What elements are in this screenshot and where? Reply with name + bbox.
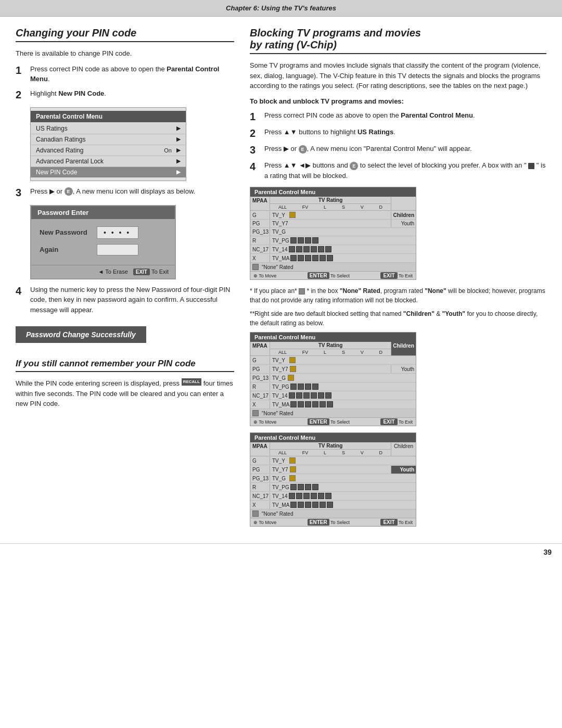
menu-row-us-ratings: US Ratings ▶ [31,123,186,134]
pct1-row-nc17-tv: TV_14 [270,245,391,253]
enter-icon-3: E [350,162,358,170]
pct1-row-r-tv: TV_PG [270,236,391,245]
block-step-1-text: Press correct PIN code as above to open … [264,110,546,121]
again-row: Again [40,244,167,256]
pct3-footer: ⊕ To Move ENTER To Select EXIT To Exit [250,518,416,526]
password-box-body: New Password • • • • Again [31,219,175,265]
exit-label: To Exit [151,269,169,275]
pct2-youth-label: Youth [391,365,416,373]
block-steps: 1 Press correct PIN code as above to ope… [250,110,546,181]
enter-icon-2: E [299,145,307,154]
pct3-youth-highlight: Youth [391,466,416,474]
step-3: 3 Press ▶ or E, A new menu icon will dis… [16,186,234,199]
pct3-none-rated: "None" Rated [250,509,416,518]
block-step-2: 2 Press ▲▼ buttons to highlight US Ratin… [250,127,546,139]
again-input [97,244,138,256]
parental-control-menu-box: Parental Control Menu US Ratings ▶ Canad… [30,107,186,181]
menu-row-advanced-lock: Advanced Parental Lock ▶ [31,156,186,167]
block-step-3-text: Press ▶ or E, A new menu icon "Parental … [264,144,546,154]
block-step-num-2: 2 [250,127,259,139]
pct1-select: ENTER To Select [308,273,350,278]
block-step-4-text: Press ▲▼ ◄▶ buttons and E to select the … [264,160,546,181]
block-step-2-text: Press ▲▼ buttons to highlight US Ratings… [264,127,546,137]
pct2-header: Parental Control Menu [250,333,416,342]
menu-row-new-pin: New PIN Code ▶ [31,167,186,177]
pct1-move: ⊕ To Move [253,273,276,278]
pct1-mpaa-label: MPAA [250,197,270,210]
pct1-header: Parental Control Menu [250,187,416,197]
pct2-children-highlight: Children [391,342,416,355]
enter-icon: E [65,187,73,196]
chapter-header: Chapter 6: Using the TV's features [0,0,562,17]
erase-item: ◄ To Erase [98,269,128,275]
note-1: * If you place an* * in the box "None" R… [250,286,546,305]
pct1-row-g: G [250,211,270,219]
exit-btn: EXIT [133,269,150,275]
menu-box-header: Parental Control Menu [31,111,186,122]
block-step-4: 4 Press ▲▼ ◄▶ buttons and E to select th… [250,160,546,181]
pct1-youth-label: Youth [391,220,416,227]
blocking-intro: Some TV programs and movies include sign… [250,60,546,91]
password-box-header: Password Enter [31,206,175,219]
block-subhead: To block and unblock TV programs and mov… [250,96,546,107]
pct1-row-pg: PG [250,220,270,227]
pct1-row-pg13: PG_13 [250,228,270,236]
new-password-row: New Password • • • • [40,226,167,239]
step-num-1: 1 [16,64,25,76]
section-pin-title: Changing your PIN code [16,27,234,42]
chapter-title: Chapter 6: Using the TV's features [226,4,336,12]
step-1-text: Press correct PIN code as above to open … [30,64,234,84]
step-1: 1 Press correct PIN code as above to ope… [16,64,234,84]
note-2: **Right side are two default blocked set… [250,309,546,328]
parental-control-table-2: Parental Control Menu MPAA TV Rating ALL… [250,332,416,426]
pct2-footer: ⊕ To Move ENTER To Select EXIT To Exit [250,418,416,426]
lock-icon [528,163,534,169]
step-num-3: 3 [16,186,25,199]
pin-step3-list: 3 Press ▶ or E, A new menu icon will dis… [16,186,234,199]
pct1-row-g-tv: TV_Y [270,211,391,219]
block-step-1: 1 Press correct PIN code as above to ope… [250,110,546,123]
password-footer: ◄ To Erase EXIT To Exit [31,265,175,278]
password-enter-box: Password Enter New Password • • • • Agai… [30,205,176,279]
pct1-footer: ⊕ To Move ENTER To Select EXIT To Exit [250,272,416,279]
pct1-side-label [391,197,416,210]
exit-item: EXIT To Exit [133,269,169,275]
step-4-text: Using the numeric key to press the New P… [30,285,234,315]
pct1-row-x: X [250,254,270,262]
step-3-text: Press ▶ or E, A new menu icon will displ… [30,186,234,197]
remember-text: While the PIN code entering screen is di… [16,378,234,409]
tv-y-icon [289,212,296,218]
pct1-row-nc17: NC_17 [250,246,270,253]
block-step-num-3: 3 [250,144,259,156]
section-blocking-title: Blocking TV programs and moviesby rating… [250,27,546,54]
section-remember-title: If you still cannot remember your PIN co… [16,359,234,372]
pin-step4-list: 4 Using the numeric key to press the New… [16,285,234,315]
recall-badge: RECALL [182,378,201,386]
pct3-header: Parental Control Menu [250,433,416,442]
success-message: Password Change Successfully [16,326,146,343]
password-dots: • • • • [97,226,138,239]
page-number: 39 [0,543,562,560]
pct1-exit: EXIT To Exit [380,273,413,278]
pct1-children-label: Children [391,211,416,219]
right-column: Blocking TV programs and moviesby rating… [250,27,546,533]
parental-control-table-1: Parental Control Menu MPAA TV Rating ALL… [250,187,416,280]
pct1-row-pg-tv: TV_Y7 [270,220,391,227]
step-num-2: 2 [16,88,25,101]
block-step-num-4: 4 [250,160,259,173]
step-num-4: 4 [16,285,25,297]
parental-control-table-3: Parental Control Menu MPAA TV Rating ALL… [250,432,416,527]
pct2-none-rated: "None" Rated [250,409,416,418]
pin-intro: There is available to change PIN code. [16,48,234,59]
menu-row-canadian: Canadian Ratings ▶ [31,134,186,145]
menu-row-advanced-rating: Advanced Rating On ▶ [31,145,186,156]
step-4: 4 Using the numeric key to press the New… [16,285,234,315]
pct1-row-pg13-tv: TV_G [270,228,391,236]
block-step-3: 3 Press ▶ or E, A new menu icon "Parenta… [250,144,546,156]
left-column: Changing your PIN code There is availabl… [16,27,234,533]
pct1-row-x-tv: TV_MA [270,254,391,262]
again-label: Again [40,246,97,253]
step-2: 2 Highlight New PIN Code. [16,88,234,101]
pct1-none-rated: "None" Rated [250,263,416,272]
new-password-label: New Password [40,228,97,236]
